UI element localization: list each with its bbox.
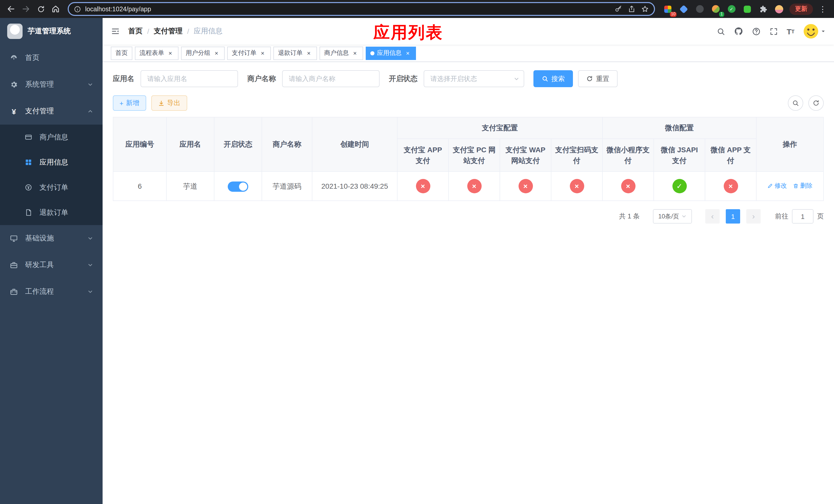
chrome-update-button[interactable]: 更新 bbox=[789, 3, 813, 15]
browser-toolbar: localhost:1024/pay/app 10 1 ✓ bbox=[0, 0, 834, 18]
page-content: 应用名 商户名称 开启状态 bbox=[103, 62, 834, 504]
alipay-pc-status-icon: × bbox=[467, 179, 481, 193]
tag-home[interactable]: 首页 bbox=[111, 46, 132, 60]
sidebar-item-dev-tools[interactable]: 研发工具 bbox=[0, 252, 103, 278]
password-key-icon[interactable] bbox=[614, 5, 622, 13]
close-icon[interactable]: × bbox=[167, 49, 174, 56]
active-dot bbox=[370, 51, 374, 55]
close-icon[interactable]: × bbox=[305, 49, 312, 56]
delete-link[interactable]: 删除 bbox=[793, 181, 812, 190]
extensions-cluster: 10 1 ✓ 更新 ⋮ bbox=[660, 3, 830, 15]
ext-gem-icon[interactable] bbox=[678, 3, 689, 15]
status-select[interactable] bbox=[424, 70, 524, 87]
merchant-name-input[interactable] bbox=[282, 70, 379, 87]
payment-submenu: 商户信息 应用信息 支付订单 bbox=[0, 124, 103, 225]
app-logo[interactable]: 芋道管理系统 bbox=[0, 18, 103, 45]
browser-home-button[interactable] bbox=[49, 2, 63, 16]
page-size-select[interactable]: 10条/页 bbox=[653, 209, 692, 224]
breadcrumb-home[interactable]: 首页 bbox=[128, 27, 142, 36]
admin-app: 芋道管理系统 首页 系统管理 bbox=[0, 18, 834, 504]
column-header-status: 开启状态 bbox=[214, 117, 262, 171]
dashboard-icon bbox=[9, 54, 19, 62]
close-icon[interactable]: × bbox=[351, 49, 358, 56]
ext-grid-icon[interactable]: 10 bbox=[662, 3, 674, 15]
navbar-actions: TT bbox=[716, 24, 826, 39]
column-header-alipay-app: 支付宝 APP 支付 bbox=[397, 139, 448, 171]
close-icon[interactable]: × bbox=[213, 49, 220, 56]
ext-check-icon[interactable]: ✓ bbox=[726, 3, 737, 15]
app-name-label: 应用名 bbox=[113, 74, 134, 83]
breadcrumb-separator: / bbox=[147, 27, 149, 36]
delete-link-label: 删除 bbox=[800, 181, 812, 190]
browser-reload-button[interactable] bbox=[34, 2, 48, 16]
browser-back-button[interactable] bbox=[4, 2, 18, 16]
sidebar-item-home[interactable]: 首页 bbox=[0, 45, 103, 71]
chrome-menu-button[interactable]: ⋮ bbox=[818, 4, 828, 14]
add-button-label: 新增 bbox=[126, 98, 139, 108]
sidebar-item-workflow[interactable]: 工作流程 bbox=[0, 278, 103, 305]
reset-button[interactable]: 重置 bbox=[578, 70, 618, 87]
page-size-value: 10条/页 bbox=[658, 212, 679, 221]
app-name-input[interactable] bbox=[140, 70, 238, 87]
refresh-table-button[interactable] bbox=[808, 95, 824, 111]
next-page-button[interactable]: › bbox=[746, 209, 761, 224]
search-button[interactable]: 搜索 bbox=[533, 70, 573, 87]
ext-avatar-badge: 1 bbox=[719, 12, 724, 17]
add-button[interactable]: + 新增 bbox=[113, 95, 146, 111]
tag-pay-orders[interactable]: 支付订单× bbox=[227, 46, 271, 60]
column-header-actions: 操作 bbox=[756, 117, 824, 171]
grid-icon bbox=[24, 158, 33, 166]
bookmark-star-icon[interactable] bbox=[641, 5, 649, 13]
tag-process-form[interactable]: 流程表单× bbox=[135, 46, 178, 60]
user-avatar[interactable] bbox=[803, 24, 826, 39]
close-icon[interactable]: × bbox=[404, 49, 411, 56]
help-icon[interactable] bbox=[752, 27, 761, 36]
sidebar: 芋道管理系统 首页 系统管理 bbox=[0, 18, 103, 504]
address-bar[interactable]: localhost:1024/pay/app bbox=[68, 2, 655, 16]
breadcrumb-payment[interactable]: 支付管理 bbox=[154, 27, 182, 36]
goto-page-input[interactable] bbox=[792, 209, 813, 224]
search-button-label: 搜索 bbox=[551, 74, 565, 83]
tag-user-group[interactable]: 用户分组× bbox=[181, 46, 225, 60]
chevron-down-icon bbox=[87, 262, 93, 268]
share-icon[interactable] bbox=[628, 5, 636, 13]
tag-app-info[interactable]: 应用信息× bbox=[366, 46, 416, 60]
close-icon[interactable]: × bbox=[259, 49, 266, 56]
ext-chat-icon[interactable] bbox=[742, 3, 753, 15]
sidebar-item-system[interactable]: 系统管理 bbox=[0, 71, 103, 98]
tag-merchant-info[interactable]: 商户信息× bbox=[320, 46, 363, 60]
sidebar-item-refund-orders[interactable]: 退款订单 bbox=[0, 200, 103, 225]
sidebar-item-payment[interactable]: ¥ 支付管理 bbox=[0, 98, 103, 124]
wx-jsapi-status-icon: ✓ bbox=[672, 179, 686, 193]
ext-avatar-icon[interactable]: 1 bbox=[710, 3, 721, 15]
briefcase-icon bbox=[9, 288, 19, 296]
ext-dark-icon[interactable] bbox=[694, 3, 705, 15]
browser-forward-button[interactable] bbox=[19, 2, 33, 16]
column-header-alipay-pc: 支付宝 PC 网站支付 bbox=[448, 139, 500, 171]
sidebar-item-merchant-info[interactable]: 商户信息 bbox=[0, 124, 103, 150]
tag-refund-orders[interactable]: 退款订单× bbox=[273, 46, 317, 60]
prev-page-button[interactable]: ‹ bbox=[705, 209, 720, 224]
merchant-name-label: 商户名称 bbox=[247, 74, 276, 83]
edit-link[interactable]: 修改 bbox=[767, 181, 787, 190]
github-icon[interactable] bbox=[734, 27, 743, 36]
cell-status bbox=[214, 171, 262, 201]
sidebar-collapse-button[interactable] bbox=[111, 27, 120, 36]
sidebar-item-app-info[interactable]: 应用信息 bbox=[0, 150, 103, 175]
page-number-1[interactable]: 1 bbox=[726, 209, 740, 224]
column-header-alipay-qr: 支付宝扫码支付 bbox=[551, 139, 602, 171]
toggle-search-button[interactable] bbox=[788, 95, 803, 111]
column-header-alipay-wap: 支付宝 WAP 网站支付 bbox=[500, 139, 551, 171]
sidebar-item-pay-orders[interactable]: 支付订单 bbox=[0, 175, 103, 200]
extensions-puzzle-icon[interactable] bbox=[758, 3, 769, 15]
wx-mini-status-icon: × bbox=[621, 179, 635, 193]
fullscreen-icon[interactable] bbox=[769, 27, 778, 36]
site-info-icon[interactable] bbox=[74, 5, 81, 13]
sidebar-item-infrastructure[interactable]: 基础设施 bbox=[0, 225, 103, 252]
status-select-input[interactable] bbox=[424, 70, 524, 87]
search-icon[interactable] bbox=[716, 27, 725, 36]
status-toggle[interactable] bbox=[228, 181, 248, 191]
font-size-icon[interactable]: TT bbox=[787, 27, 794, 36]
chrome-profile-avatar[interactable] bbox=[773, 3, 785, 15]
export-button[interactable]: 导出 bbox=[151, 95, 187, 111]
